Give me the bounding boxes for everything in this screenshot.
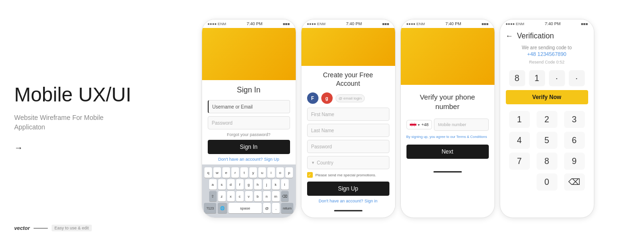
kb-e[interactable]: e [222,167,230,178]
next-button[interactable]: Next [406,145,489,159]
kb-return[interactable]: return [281,203,293,213]
kb-h[interactable]: h [254,179,262,190]
resend-code-text[interactable]: Resend Code 0:52 [500,58,594,68]
code-digit-1[interactable]: 8 [509,70,525,86]
kb-globe-icon[interactable]: 🌐 [218,203,227,213]
status-bar-4: ●●●● ENM 7:40 PM ■■■ [500,19,594,28]
footer-divider [34,228,48,228]
keyboard: q w e r t y u i o p a s d f g h [202,164,296,218]
google-icon[interactable]: g [321,92,333,104]
numpad-0[interactable]: 0 [537,173,557,191]
kb-d[interactable]: d [227,179,235,190]
kb-x[interactable]: x [227,191,235,201]
kb-123[interactable]: ?123 [204,203,216,213]
kb-n[interactable]: n [263,191,271,201]
flag-poland [410,122,416,127]
phone1-content: Sign In Username or Email Password Forgo… [202,80,296,167]
numpad-delete-icon[interactable]: ⌫ [564,173,585,191]
kb-o[interactable]: o [276,167,284,178]
phone3-content: Verify your phonenumber ▼ +48 Mobile num… [401,85,494,169]
footer: vector Easy to use & edit [14,225,92,231]
arrow-link[interactable]: → [14,143,166,153]
kb-k[interactable]: k [272,179,280,190]
email-login-badge[interactable]: @ email login [335,94,365,102]
numpad-5[interactable]: 5 [537,132,557,149]
kb-j[interactable]: j [263,179,271,190]
numpad-1[interactable]: 1 [509,111,530,128]
kb-space[interactable]: spase [229,203,262,213]
kb-u[interactable]: u [258,167,266,178]
code-digit-3[interactable]: · [549,70,565,86]
kb-p[interactable]: p [285,167,293,178]
verification-header-title: Verification [517,32,554,40]
facebook-icon[interactable]: F [307,92,318,104]
code-digit-4[interactable]: · [569,70,585,86]
kb-w[interactable]: w [213,167,221,178]
kb-q[interactable]: q [204,167,212,178]
numpad-6[interactable]: 6 [564,132,585,149]
social-row: F g @ email login [307,92,389,104]
country-field[interactable]: ▼ Country [307,156,389,169]
kb-v[interactable]: v [245,191,253,201]
firstname-field[interactable]: First Name [307,108,389,121]
numpad-7[interactable]: 7 [509,153,530,170]
numpad-3[interactable]: 3 [564,111,585,128]
promo-checkbox-row: ✓ Please send me special promotions. [307,172,389,178]
kb-row-3: ⇧ z x c v b n m ⌫ [204,191,294,201]
kb-b[interactable]: b [254,191,262,201]
phone-signin: ●●●● ENM 7:40 PM ■■■ Sign In Username or… [202,19,296,218]
phone-verify-phone: ●●●● ENM 7:40 PM ■■■ Verify your phonenu… [400,19,495,218]
kb-m[interactable]: m [272,191,280,201]
kb-y[interactable]: y [249,167,257,178]
code-digit-2[interactable]: 1 [529,70,545,86]
promo-label: Please send me special promotions. [316,173,377,177]
kb-a[interactable]: a [209,179,217,190]
country-flag-box[interactable]: ▼ +48 [406,120,432,129]
kb-c[interactable]: c [236,191,244,201]
dont-have-account-2: Don't have an account? Sign in [307,199,389,203]
mobile-number-input[interactable]: Mobile number [434,118,489,131]
footer-brand: vector [14,225,30,231]
verify-now-button[interactable]: Verify Now [506,90,588,104]
status-bar-1: ●●●● ENM 7:40 PM ■■■ [202,19,296,28]
signup-button[interactable]: Sign Up [307,182,389,196]
numpad-4[interactable]: 4 [509,132,530,149]
verification-phone-number: +48 1234567890 [500,50,594,58]
numpad-row-4: 0 ⌫ [506,173,588,191]
numpad-9[interactable]: 9 [564,153,585,170]
kb-row-bottom: ?123 🌐 spase @ , return [204,203,294,213]
main-title: Mobile UX/UI [14,84,166,106]
kb-s[interactable]: s [218,179,226,190]
kb-comma[interactable]: , [272,203,280,213]
home-indicator-2 [334,210,362,211]
phone2-header [301,28,395,66]
kb-l[interactable]: l [281,179,289,190]
numpad: 1 2 3 4 5 6 7 8 9 0 ⌫ [500,111,594,191]
kb-shift-icon[interactable]: ⇧ [209,191,217,201]
phone2-content: Create your FreeAccount F g @ email logi… [301,66,395,208]
phone4-header-bar: ← Verification [500,28,594,42]
kb-g[interactable]: g [245,179,253,190]
kb-delete-icon[interactable]: ⌫ [281,191,289,201]
kb-at[interactable]: @ [263,203,271,213]
dont-have-account: Don't have an account? Sign Up [208,157,290,162]
footer-tagline: Easy to use & edit [52,225,92,231]
kb-i[interactable]: i [267,167,275,178]
numpad-8[interactable]: 8 [537,153,557,170]
numpad-row-1: 1 2 3 [506,111,588,128]
numpad-2[interactable]: 2 [537,111,557,128]
forgot-password[interactable]: Forgot your password? [208,132,290,137]
kb-f[interactable]: f [236,179,244,190]
signin-button[interactable]: Sign In [208,140,290,154]
promo-checkbox[interactable]: ✓ [307,172,313,178]
back-button[interactable]: ← [506,32,513,40]
kb-row-2: a s d f g h j k l [204,179,294,190]
password-field[interactable]: Password [208,116,290,129]
password-field-2[interactable]: Password [307,140,389,153]
kb-z[interactable]: z [218,191,226,201]
lastname-field[interactable]: Last Name [307,124,389,137]
arrow-right-icon: → [14,143,23,153]
kb-t[interactable]: t [240,167,248,178]
username-field[interactable]: Username or Email [208,100,290,113]
kb-r[interactable]: r [231,167,239,178]
